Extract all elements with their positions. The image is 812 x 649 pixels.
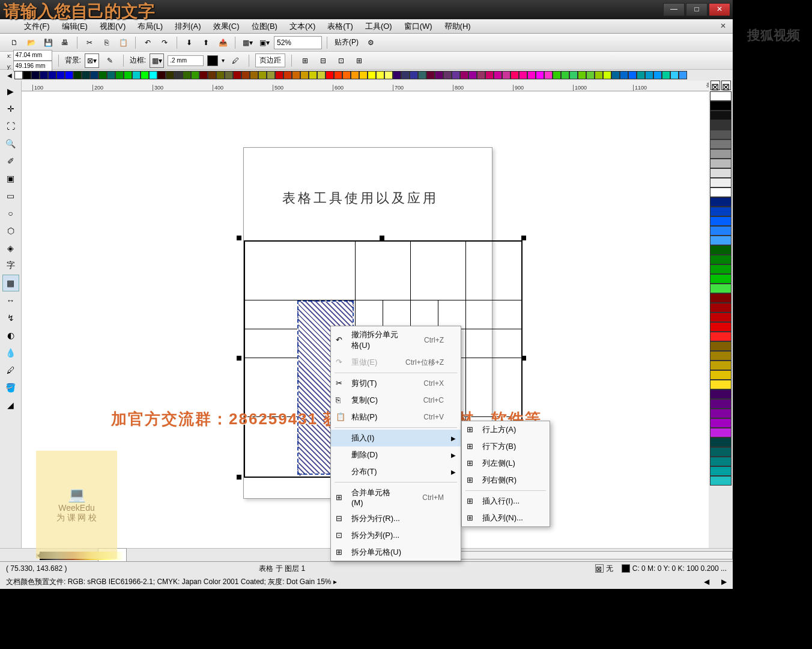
connector-tool-icon[interactable]: ↯ <box>2 309 19 326</box>
color-swatch[interactable] <box>460 71 468 79</box>
color-swatch[interactable] <box>124 71 132 79</box>
color-swatch[interactable] <box>710 341 732 351</box>
selection-handle[interactable] <box>237 475 241 480</box>
color-swatch[interactable] <box>23 71 31 79</box>
color-swatch[interactable] <box>710 245 732 255</box>
color-swatch[interactable] <box>710 197 732 207</box>
color-swatch[interactable] <box>502 71 511 79</box>
snap-options-icon[interactable]: ⚙ <box>363 35 378 50</box>
color-swatch[interactable] <box>359 71 368 79</box>
color-swatch[interactable] <box>578 71 586 79</box>
nav-prev-frame-icon[interactable]: ◀ <box>704 577 709 586</box>
context-menu-item[interactable]: ⊡拆分为列(P)... <box>331 527 461 544</box>
selection-handle[interactable] <box>521 236 526 240</box>
selection-handle[interactable] <box>521 356 526 361</box>
color-swatch[interactable] <box>90 71 98 79</box>
color-swatch[interactable] <box>292 71 300 79</box>
color-swatch[interactable] <box>710 399 732 409</box>
outline-pen-icon[interactable]: 🖊 <box>228 53 243 68</box>
color-swatch[interactable] <box>98 71 107 79</box>
menu-window[interactable]: 窗口(W) <box>398 20 438 33</box>
color-swatch[interactable] <box>401 71 410 79</box>
color-swatch[interactable] <box>511 71 519 79</box>
color-swatch[interactable] <box>351 71 359 79</box>
color-swatch[interactable] <box>670 71 679 79</box>
color-swatch[interactable] <box>710 284 732 293</box>
welcome-icon[interactable]: ▣▾ <box>257 35 271 50</box>
color-swatch[interactable] <box>241 71 250 79</box>
color-swatch[interactable] <box>107 71 115 79</box>
context-menu-item[interactable]: 插入(I)▶ <box>331 430 461 446</box>
app-launcher-icon[interactable]: ▦▾ <box>240 35 255 50</box>
color-swatch[interactable] <box>628 71 637 79</box>
border-width[interactable] <box>168 55 204 66</box>
color-swatch[interactable] <box>710 457 732 466</box>
color-swatch[interactable] <box>553 71 561 79</box>
color-swatch[interactable] <box>710 178 732 187</box>
color-swatch[interactable] <box>710 207 732 216</box>
import-icon[interactable]: ⬇ <box>182 35 196 50</box>
publish-icon[interactable]: 📤 <box>216 35 230 50</box>
color-swatch[interactable] <box>82 71 90 79</box>
color-swatch[interactable] <box>342 71 351 79</box>
eyedropper-tool-icon[interactable]: 💧 <box>2 344 19 361</box>
color-swatch[interactable] <box>679 71 687 79</box>
color-swatch[interactable] <box>519 71 527 79</box>
context-menu-item[interactable]: 📋粘贴(P)Ctrl+V <box>331 409 461 425</box>
color-swatch[interactable] <box>710 389 732 399</box>
menu-bitmap[interactable]: 位图(B) <box>246 20 283 33</box>
color-swatch[interactable] <box>710 447 732 457</box>
context-menu-item[interactable]: ⊞插入行(I)... <box>462 493 550 510</box>
selection-handle[interactable] <box>237 236 241 240</box>
bg-edit-icon[interactable]: ✎ <box>103 53 117 68</box>
menu-text[interactable]: 文本(X) <box>283 20 321 33</box>
color-swatch[interactable] <box>710 274 732 284</box>
color-swatch[interactable] <box>267 71 275 79</box>
color-swatch[interactable] <box>595 71 603 79</box>
color-swatch[interactable] <box>149 71 157 79</box>
color-swatch[interactable] <box>141 71 149 79</box>
color-swatch[interactable] <box>183 71 191 79</box>
zoom-level[interactable] <box>274 36 322 49</box>
color-swatch[interactable] <box>31 71 40 79</box>
color-swatch[interactable] <box>710 168 732 178</box>
color-swatch[interactable] <box>275 71 283 79</box>
color-swatch[interactable] <box>132 71 141 79</box>
color-swatch[interactable] <box>410 71 418 79</box>
y-position[interactable] <box>13 61 52 72</box>
color-swatch[interactable] <box>527 71 536 79</box>
dimension-tool-icon[interactable]: ↔ <box>2 292 19 309</box>
color-swatch[interactable] <box>710 409 732 418</box>
split-h-icon[interactable]: ⊟ <box>316 53 330 68</box>
selection-handle[interactable] <box>237 356 241 361</box>
freehand-tool-icon[interactable]: ✐ <box>2 153 19 169</box>
no-outline-icon[interactable]: ⊠ <box>721 81 731 90</box>
split-cells-icon[interactable]: ⊞ <box>352 53 366 68</box>
color-swatch[interactable] <box>710 236 732 245</box>
color-swatch[interactable] <box>710 91 732 101</box>
color-swatch[interactable] <box>208 71 216 79</box>
context-menu-item[interactable]: 删除(D)▶ <box>331 446 461 463</box>
color-swatch[interactable] <box>40 71 48 79</box>
color-swatch[interactable] <box>710 370 732 380</box>
new-icon[interactable]: 🗋 <box>7 35 22 50</box>
color-swatch[interactable] <box>710 361 732 370</box>
color-swatch[interactable] <box>710 149 732 159</box>
text-tool-icon[interactable]: 字 <box>2 257 19 274</box>
color-swatch[interactable] <box>603 71 611 79</box>
color-swatch[interactable] <box>494 71 502 79</box>
context-menu-item[interactable]: ✂剪切(T)Ctrl+X <box>331 375 461 392</box>
context-menu-item[interactable]: ⊞列右侧(R) <box>462 472 550 489</box>
table-tool-icon[interactable]: ▦ <box>2 275 19 291</box>
color-swatch[interactable] <box>174 71 183 79</box>
pick-tool-icon[interactable]: ▶ <box>2 83 19 100</box>
color-swatch[interactable] <box>586 71 595 79</box>
ellipse-tool-icon[interactable]: ○ <box>2 205 19 222</box>
snap-label[interactable]: 贴齐(P) <box>332 37 361 47</box>
color-swatch[interactable] <box>710 120 732 130</box>
color-swatch[interactable] <box>376 71 384 79</box>
context-menu-item[interactable]: ⊞列左侧(L) <box>462 455 550 472</box>
color-swatch[interactable] <box>426 71 435 79</box>
merge-cells-icon[interactable]: ⊞ <box>298 53 312 68</box>
interactive-tool-icon[interactable]: ◐ <box>2 327 19 344</box>
